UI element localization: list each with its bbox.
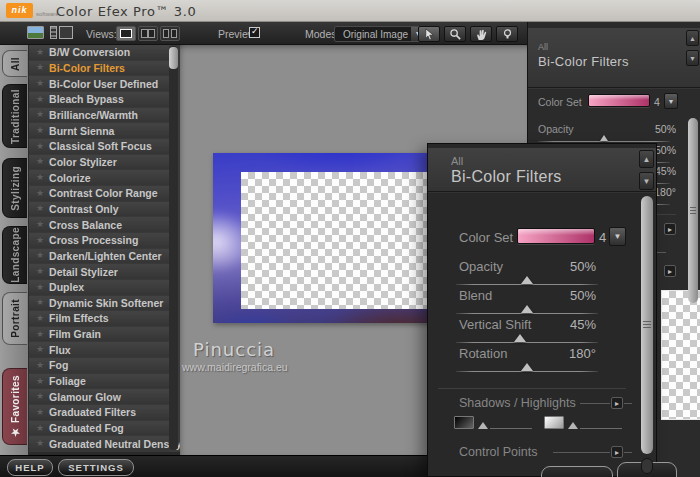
favorite-star-icon[interactable]: ★: [36, 314, 44, 323]
shadows-highlights-expand-button[interactable]: ▸: [611, 397, 623, 409]
scroll-up-button[interactable]: ▲: [639, 150, 654, 168]
view-side-by-side-button[interactable]: [160, 26, 180, 41]
panel-scrollbar-thumb[interactable]: [641, 196, 653, 454]
blend-slider[interactable]: [456, 304, 598, 315]
color-set-swatch[interactable]: [588, 94, 650, 107]
filter-item[interactable]: ★Cross Balance: [29, 217, 169, 233]
filter-item[interactable]: ★Graduated Fog: [29, 421, 169, 437]
filter-item[interactable]: ★B/W Conversion: [29, 45, 169, 61]
favorite-star-icon[interactable]: ★: [36, 110, 44, 119]
favorite-star-icon[interactable]: ★: [36, 408, 44, 417]
favorite-star-icon[interactable]: ★: [36, 63, 44, 72]
rotation-slider[interactable]: [456, 362, 598, 373]
layout-toggle-icon[interactable]: [50, 26, 75, 40]
filter-item[interactable]: ★Film Effects: [29, 311, 169, 327]
shadows-highlights-expand-button[interactable]: ▸: [664, 223, 676, 235]
favorite-star-icon[interactable]: ★: [36, 345, 44, 354]
zoom-tool-button[interactable]: [444, 26, 466, 42]
favorite-star-icon[interactable]: ★: [36, 236, 44, 245]
control-points-expand-button[interactable]: ▸: [611, 446, 623, 458]
filter-item[interactable]: ★Contrast Only: [29, 202, 169, 218]
filter-item[interactable]: ★Burnt Sienna: [29, 123, 169, 139]
filter-preview-thumbnail[interactable]: [661, 290, 700, 420]
color-set-dropdown-button[interactable]: ▼: [609, 227, 626, 246]
favorite-star-icon[interactable]: ★: [36, 189, 44, 198]
filter-item[interactable]: ★Flux: [29, 342, 169, 358]
filter-item[interactable]: ★Foliage: [29, 374, 169, 390]
tab-landscape[interactable]: Landscape: [2, 226, 27, 284]
favorite-star-icon[interactable]: ★: [36, 142, 44, 151]
favorite-star-icon[interactable]: ★: [36, 204, 44, 213]
favorite-star-icon[interactable]: ★: [36, 330, 44, 339]
filter-item[interactable]: ★Cross Processing: [29, 233, 169, 249]
favorite-star-icon[interactable]: ★: [36, 173, 44, 182]
tab-portrait[interactable]: Portrait: [2, 292, 27, 345]
filter-item[interactable]: ★Film Grain: [29, 327, 169, 343]
view-single-button[interactable]: [116, 26, 136, 41]
lightbulb-tool-button[interactable]: [496, 26, 518, 42]
filter-item[interactable]: ★Glamour Glow: [29, 389, 169, 405]
color-set-swatch[interactable]: [517, 228, 595, 244]
favorite-star-icon[interactable]: ★: [36, 95, 44, 104]
tab-all[interactable]: All: [2, 50, 27, 77]
settings-button[interactable]: SETTINGS: [58, 459, 134, 476]
tab-traditional[interactable]: Traditional: [2, 84, 27, 148]
filter-item[interactable]: ★Bleach Bypass: [29, 92, 169, 108]
scroll-down-button[interactable]: ▼: [639, 172, 654, 190]
control-points-expand-button[interactable]: ▸: [664, 265, 676, 277]
favorite-star-icon[interactable]: ★: [36, 298, 44, 307]
scroll-down-button[interactable]: ▼: [686, 50, 699, 66]
pan-tool-button[interactable]: [470, 26, 492, 42]
favorite-star-icon[interactable]: ★: [36, 377, 44, 386]
shadows-swatch[interactable]: [454, 416, 474, 429]
color-set-dropdown-button[interactable]: ▼: [664, 93, 678, 109]
filter-item[interactable]: ★Graduated Neutral Density: [29, 436, 169, 452]
opacity-slider[interactable]: [456, 275, 598, 286]
favorite-star-icon[interactable]: ★: [36, 361, 44, 370]
favorite-star-icon[interactable]: ★: [36, 283, 44, 292]
favorite-star-icon[interactable]: ★: [36, 79, 44, 88]
filter-item[interactable]: ★Dynamic Skin Softener: [29, 296, 169, 312]
filter-item[interactable]: ★Color Stylizer: [29, 155, 169, 171]
filter-item[interactable]: ★Darken/Lighten Center: [29, 249, 169, 265]
panel-scrollbar-thumb[interactable]: [688, 118, 698, 303]
highlights-swatch[interactable]: [544, 416, 564, 429]
filter-item[interactable]: ★Contrast Color Range: [29, 186, 169, 202]
tab-stylizing[interactable]: Stylizing: [2, 158, 27, 218]
favorite-star-icon[interactable]: ★: [36, 392, 44, 401]
scrollbar-end-knob[interactable]: [641, 458, 653, 474]
favorite-star-icon[interactable]: ★: [36, 251, 44, 260]
filter-item[interactable]: ★Bi-Color Filters: [29, 61, 169, 77]
tab-favorites[interactable]: ★ Favorites: [2, 368, 27, 445]
filter-list-scrollbar-track[interactable]: [169, 46, 178, 450]
view-split-button[interactable]: [138, 26, 158, 41]
opacity-slider[interactable]: [538, 132, 670, 143]
filter-item[interactable]: ★Fog: [29, 358, 169, 374]
filter-item[interactable]: ★Bi-Color User Defined: [29, 76, 169, 92]
favorite-star-icon[interactable]: ★: [36, 220, 44, 229]
favorite-star-icon[interactable]: ★: [36, 267, 44, 276]
filter-list-scrollbar-thumb[interactable]: [169, 47, 178, 69]
preview-checkbox[interactable]: [249, 27, 260, 38]
vertical-shift-slider[interactable]: [456, 333, 598, 344]
select-tool-button[interactable]: [418, 26, 440, 42]
filter-item[interactable]: ★Graduated Filters: [29, 405, 169, 421]
favorite-star-icon[interactable]: ★: [36, 126, 44, 135]
filter-item[interactable]: ★Classical Soft Focus: [29, 139, 169, 155]
image-thumbnail-icon[interactable]: [27, 26, 44, 39]
filter-item[interactable]: ★Duplex: [29, 280, 169, 296]
help-button[interactable]: HELP: [7, 459, 53, 476]
scroll-up-button[interactable]: ▲: [686, 30, 699, 46]
favorite-star-icon[interactable]: ★: [36, 157, 44, 166]
favorite-star-icon[interactable]: ★: [36, 48, 44, 57]
image-frame: [213, 153, 438, 323]
favorite-star-icon[interactable]: ★: [36, 439, 44, 448]
filter-item[interactable]: ★Detail Stylizer: [29, 264, 169, 280]
filter-item[interactable]: ★Colorize: [29, 170, 169, 186]
modes-dropdown[interactable]: Original Image ▼: [334, 26, 426, 42]
favorite-star-icon[interactable]: ★: [36, 424, 44, 433]
filter-item[interactable]: ★Brilliance/Warmth: [29, 108, 169, 124]
highlights-slider-thumb[interactable]: [568, 422, 578, 429]
shadows-slider-thumb[interactable]: [478, 422, 488, 429]
partial-button[interactable]: [541, 466, 613, 477]
